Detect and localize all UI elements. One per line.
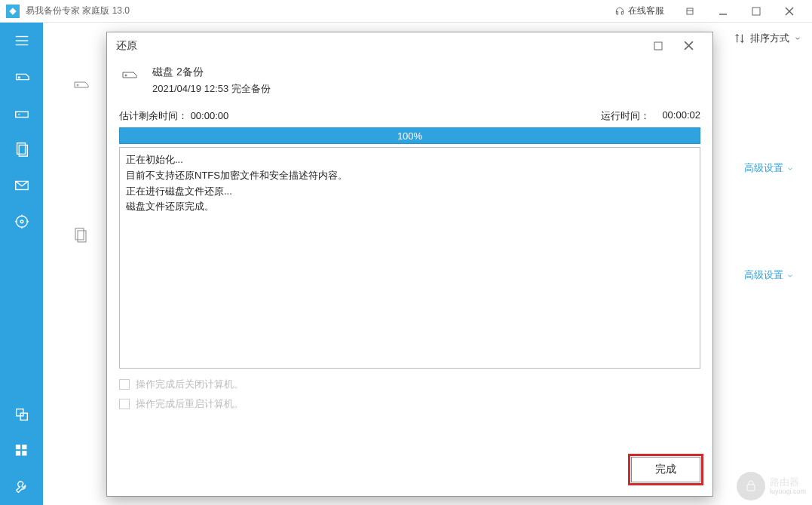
progress-bar: 100% <box>119 127 700 144</box>
dialog-close-button[interactable] <box>673 40 703 53</box>
svg-rect-23 <box>16 445 20 449</box>
file-backup-icon[interactable] <box>13 140 31 158</box>
svg-rect-21 <box>16 409 23 416</box>
log-line: 正在进行磁盘文件还原... <box>126 184 694 200</box>
svg-rect-0 <box>687 8 693 14</box>
done-button[interactable]: 完成 <box>631 457 700 482</box>
app-title: 易我备份专家 家庭版 13.0 <box>26 5 614 17</box>
disk-icon <box>119 66 143 86</box>
restore-dialog: 还原 磁盘 2备份 2021/04/19 12:53 完全备份 估计剩余时间： … <box>106 32 713 497</box>
svg-point-27 <box>77 84 78 86</box>
svg-rect-10 <box>15 112 28 117</box>
svg-rect-3 <box>752 8 760 15</box>
log-line: 磁盘文件还原完成。 <box>126 199 694 215</box>
svg-point-34 <box>125 75 127 76</box>
chevron-down-icon <box>786 165 794 173</box>
log-line: 目前不支持还原NTFS加密文件和安全描述符内容。 <box>126 168 694 184</box>
file-icon <box>66 226 96 244</box>
restore-down-icon[interactable] <box>673 0 706 23</box>
est-time-value: 00:00:00 <box>191 110 229 121</box>
apps-icon[interactable] <box>13 442 31 460</box>
svg-rect-24 <box>22 445 26 449</box>
system-backup-icon[interactable] <box>13 104 31 122</box>
restart-checkbox-row[interactable]: 操作完成后重启计算机。 <box>107 394 712 414</box>
disk-icon <box>66 75 96 93</box>
dialog-title: 还原 <box>116 39 643 53</box>
shutdown-checkbox-row[interactable]: 操作完成后关闭计算机。 <box>107 375 712 394</box>
disk-backup-icon[interactable] <box>13 68 31 86</box>
maximize-button[interactable] <box>740 0 773 23</box>
checkbox-icon[interactable] <box>119 399 130 409</box>
svg-rect-25 <box>16 451 20 455</box>
svg-rect-29 <box>78 231 86 242</box>
checkbox-icon[interactable] <box>119 379 130 390</box>
log-line: 正在初始化... <box>126 152 694 168</box>
mail-backup-icon[interactable] <box>13 176 31 194</box>
svg-point-16 <box>20 220 23 223</box>
menu-icon[interactable] <box>13 32 31 50</box>
est-time-label: 估计剩余时间： <box>119 110 188 121</box>
run-time-value: 00:00:02 <box>662 109 700 123</box>
advanced-settings-1[interactable]: 高级设置 <box>744 161 794 175</box>
svg-rect-30 <box>747 485 755 491</box>
backup-meta: 2021/04/19 12:53 完全备份 <box>152 82 271 96</box>
log-output: 正在初始化... 目前不支持还原NTFS加密文件和安全描述符内容。 正在进行磁盘… <box>119 147 700 369</box>
dialog-maximize-button[interactable] <box>643 40 673 53</box>
clone-icon[interactable] <box>13 406 31 424</box>
close-button[interactable] <box>773 0 806 23</box>
minimize-button[interactable] <box>706 0 740 23</box>
chevron-down-icon <box>794 35 801 42</box>
sidebar <box>0 23 43 505</box>
advanced-settings-2[interactable]: 高级设置 <box>744 268 794 282</box>
svg-rect-28 <box>75 228 84 240</box>
sort-icon <box>734 32 746 44</box>
tools-icon[interactable] <box>13 478 31 496</box>
online-support-link[interactable]: 在线客服 <box>614 5 664 17</box>
svg-rect-22 <box>20 413 27 420</box>
sort-dropdown[interactable]: 排序方式 <box>734 32 801 45</box>
backup-name: 磁盘 2备份 <box>152 66 271 79</box>
headset-icon <box>614 6 625 17</box>
smart-backup-icon[interactable] <box>13 213 31 231</box>
watermark-icon <box>737 472 765 500</box>
watermark: 路由器 luyouqi.com <box>737 472 806 500</box>
svg-point-15 <box>16 216 27 228</box>
svg-point-9 <box>18 77 20 78</box>
run-time-label: 运行时间： <box>601 109 650 123</box>
svg-rect-26 <box>22 451 26 455</box>
chevron-down-icon <box>786 272 794 280</box>
titlebar: 易我备份专家 家庭版 13.0 在线客服 <box>0 0 812 23</box>
app-logo-icon <box>6 5 20 18</box>
svg-rect-31 <box>654 42 662 50</box>
